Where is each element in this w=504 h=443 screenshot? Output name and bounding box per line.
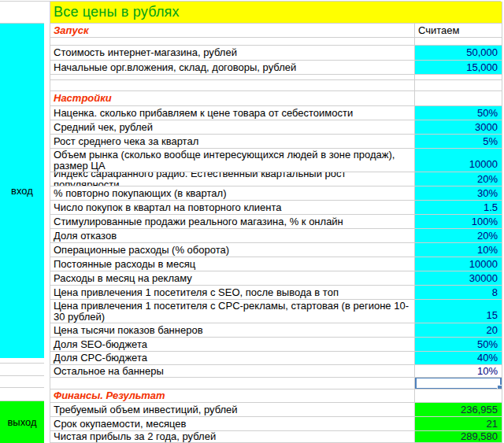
sheet-row-item: Рост среднего чека за квартал5% [50,135,502,149]
result-value-cell[interactable]: 21 [414,417,502,430]
row-label-cell[interactable]: Доля отказов [50,229,414,242]
sheet-row-section: Настройки [50,91,502,106]
result-value-cell[interactable]: 236,955 [414,403,502,416]
sheet-row-title: Все цены в рублях [50,2,502,24]
row-label-cell[interactable]: Число покупок в квартал на повторного кл… [50,201,414,214]
sheet-row-item: Доля CPC-бюджета40% [50,352,502,365]
sheet-row-item: Чистая прибыль за 2 года, рублей289,580 [50,431,502,443]
input-value-cell[interactable]: 15,000 [414,61,502,74]
row-label-cell[interactable]: Постоянные расходы в месяц [50,257,414,271]
input-rail-cell[interactable]: вход [0,24,44,358]
row-label-cell[interactable]: Стимулированные продажи реального магази… [50,215,414,228]
left-rail: вход выход [0,2,44,443]
value-cell[interactable] [414,389,502,402]
row-label-cell[interactable]: Индекс сарафанного радио. Естественный к… [50,172,414,186]
input-value-cell[interactable]: 15 [414,300,502,323]
row-label-cell[interactable]: Доля SEO-бюджета [50,338,414,351]
input-value-cell[interactable]: 8 [414,286,502,299]
selected-value-cell[interactable] [414,378,502,389]
value-cell[interactable] [414,38,502,45]
sheet-row-item: Операционные расходы (% оборота)10% [50,243,502,257]
sheet-row-item: Доля SEO-бюджета50% [50,338,502,352]
value-cell[interactable] [414,75,502,79]
input-value-cell[interactable]: 10000 [414,149,502,172]
sheet-row-item: Постоянные расходы в месяц10000 [50,257,502,271]
input-value-cell[interactable]: 20 [414,323,502,337]
input-value-cell[interactable]: 50% [414,106,502,120]
sheet-row-item: Объем рынка (сколько вообще интересующих… [50,149,502,172]
sheet-row-empty [50,38,502,46]
sheet-row-item: Расходы в месяц на рекламу30000 [50,271,502,286]
input-value-cell[interactable]: 30000 [414,271,502,285]
sheet-row-empty [50,75,502,80]
sheet-row-section: Финансы. Результат [50,389,502,403]
input-value-cell[interactable]: 30% [414,186,502,200]
row-label-cell[interactable]: Расходы в месяц на рекламу [50,271,414,285]
input-value-cell[interactable]: 3000 [414,120,502,134]
row-label-cell[interactable]: Цена привлечения 1 посетителя с CPC-рекл… [50,300,414,323]
input-value-cell[interactable]: 50% [414,338,502,351]
row-label-cell[interactable]: Срок окупаемости, месяцев [50,417,414,430]
sheet-row-item: Требуемый объем инвестиций, рублей236,95… [50,403,502,417]
row-label-cell[interactable]: Наценка. сколько прибавляем к цене товар… [50,106,414,120]
empty-label-cell[interactable] [50,80,414,90]
row-label-cell[interactable]: Доля CPC-бюджета [50,352,414,364]
row-label-cell[interactable]: Цена привлечения 1 посетителя с SEO, пос… [50,286,414,299]
sheet-row-item: % повторно покупающих (в квартал)30% [50,186,502,201]
result-value-cell[interactable]: 289,580 [414,431,502,442]
input-value-cell[interactable]: 10000 [414,257,502,271]
value-cell[interactable]: 10% [414,365,502,377]
rail-empty-cell[interactable] [0,388,44,401]
row-label-cell[interactable]: Остальное на баннеры [50,365,414,377]
row-label-cell[interactable]: Средний чек, рублей [50,120,414,134]
row-label-cell[interactable]: Цена тысячи показов баннеров [50,323,414,337]
sheet-row-item: Доля отказов20% [50,229,502,243]
input-value-cell[interactable]: 20% [414,229,502,242]
row-label-cell[interactable]: Рост среднего чека за квартал [50,135,414,148]
rail-empty-cell[interactable] [0,376,44,388]
section-header-cell[interactable]: Настройки [50,91,414,105]
rail-empty-cell[interactable] [0,358,44,364]
sheet-row-item: Индекс сарафанного радио. Естественный к… [50,172,502,186]
input-rail-label: вход [11,185,33,197]
sheet-row-header: ЗапускСчитаем [50,24,502,38]
page-title[interactable]: Все цены в рублях [50,2,502,23]
empty-label-cell[interactable] [50,75,414,79]
empty-label-cell[interactable] [50,378,414,389]
input-value-cell[interactable]: 50,000 [414,46,502,60]
row-label-cell[interactable]: % повторно покупающих (в квартал) [50,186,414,200]
sheet-row-item: Стимулированные продажи реального магази… [50,215,502,229]
input-value-cell[interactable]: 100% [414,215,502,228]
value-column-header-cell[interactable]: Считаем [414,24,502,37]
row-label-cell[interactable]: Чистая прибыль за 2 года, рублей [50,431,414,442]
selection-fill-handle[interactable] [497,385,502,389]
row-label-cell[interactable]: Операционные расходы (% оборота) [50,243,414,257]
sheet-row-selected [50,378,502,389]
active-cell-selection[interactable] [415,378,502,389]
sheet-row-item: Средний чек, рублей3000 [50,120,502,135]
sheet-row-item: Начальные орг.вложения, склад, договоры,… [50,61,502,75]
value-cell[interactable] [414,91,502,105]
output-rail-cell[interactable]: выход [0,401,44,443]
spreadsheet: вход выход Все цены в рубляхЗапускСчитае… [0,0,504,443]
input-value-cell[interactable]: 20% [414,172,502,186]
input-value-cell[interactable]: 40% [414,352,502,364]
rail-empty-cell[interactable] [0,364,44,376]
sheet-row-item: Наценка. сколько прибавляем к цене товар… [50,106,502,120]
row-label-cell[interactable]: Стоимость интернет-магазина, рублей [50,46,414,60]
section-header-cell[interactable]: Запуск [50,24,414,37]
sheet-row-empty [50,80,502,91]
sheet-row-item: Остальное на баннеры10% [50,365,502,378]
row-label-cell[interactable]: Начальные орг.вложения, склад, договоры,… [50,61,414,74]
input-value-cell[interactable]: 1.5 [414,201,502,214]
input-value-cell[interactable]: 5% [414,135,502,148]
row-label-cell[interactable]: Объем рынка (сколько вообще интересующих… [50,149,414,172]
row-label-cell[interactable]: Требуемый объем инвестиций, рублей [50,403,414,416]
input-value-cell[interactable]: 10% [414,243,502,257]
empty-label-cell[interactable] [50,38,414,45]
value-cell[interactable] [414,80,502,90]
output-rail-label: выход [7,416,36,428]
corner-cell[interactable] [0,2,44,24]
section-header-cell[interactable]: Финансы. Результат [50,389,414,402]
sheet-table: Все цены в рубляхЗапускСчитаемСтоимость … [50,2,502,443]
